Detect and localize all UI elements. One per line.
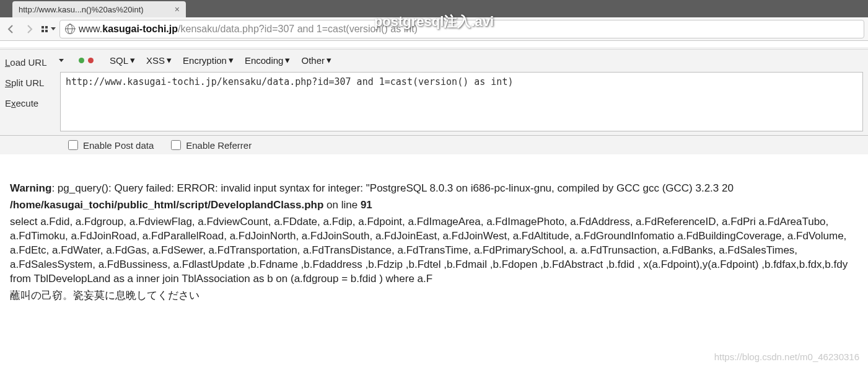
menu-xss[interactable]: XSS▾ [142,52,175,68]
warning-label: Warning [10,182,51,194]
globe-icon [65,24,75,34]
chevron-down-icon[interactable] [59,59,64,62]
enable-post-data-checkbox[interactable]: Enable Post data [68,140,154,151]
url-text: www.kasugai-tochi.jp/kensaku/data.php?id… [79,24,418,35]
japanese-text: 蘸叫の己窃。瓷妄莫に息晩してください [10,289,858,303]
execute-button[interactable]: Execute [0,93,54,113]
menu-encryption[interactable]: Encryption▾ [179,52,237,68]
url-scheme: www. [79,24,102,34]
menu-sql[interactable]: SQL▾ [106,52,139,68]
browser-tab[interactable]: http://www.kasu...n()%20as%20int) × [12,1,186,17]
hackbar-side-actions: Load URL Split URL Execute [0,50,54,135]
split-url-button[interactable]: Split URL [0,73,54,93]
menu-other[interactable]: Other▾ [297,52,335,68]
tab-title: http://www.kasu...n()%20as%20int) [19,5,144,14]
hackbar-url-input[interactable]: http://www.kasugai-tochi.jp/kensaku/data… [60,72,863,131]
enable-referrer-checkbox[interactable]: Enable Referrer [171,140,252,151]
checkbox-icon[interactable] [68,140,78,150]
browser-tab-strip: http://www.kasu...n()%20as%20int) × [0,0,868,17]
url-bar[interactable]: www.kasugai-tochi.jp/kensaku/data.php?id… [59,20,864,38]
back-button[interactable] [4,22,19,37]
hackbar-options: Enable Post data Enable Referrer [0,136,868,154]
error-file-path: /home/kasugai_tochi/public_html/script/D… [10,199,323,211]
status-dot-green-icon [79,58,84,63]
apps-grid-button[interactable] [41,22,56,37]
url-domain: kasugai-tochi.jp [102,24,178,34]
sql-query-text: select a.Fdid, a.Fdgroup, a.FdviewFlag, … [10,215,858,286]
enable-referrer-label: Enable Referrer [186,140,252,151]
enable-post-data-label: Enable Post data [83,140,154,151]
browser-nav-bar: www.kasugai-tochi.jp/kensaku/data.php?id… [0,17,868,41]
chevron-down-icon: ▾ [167,55,172,66]
close-icon[interactable]: × [175,4,180,14]
status-dot-red-icon [88,58,94,63]
chevron-down-icon [51,27,56,30]
hackbar-panel: Load URL Split URL Execute SQL▾ XSS▾ Enc… [0,50,868,136]
chevron-down-icon: ▾ [285,55,290,66]
warning-text: : pg_query(): Query failed: ERROR: inval… [51,182,734,194]
url-path: /kensaku/data.php?id=307 and 1=cast(vers… [178,24,418,34]
error-path-line: /home/kasugai_tochi/public_html/script/D… [10,198,858,213]
menu-encoding[interactable]: Encoding▾ [241,52,294,68]
on-line-text: on line [323,199,361,211]
chevron-down-icon: ▾ [130,55,135,66]
load-url-button[interactable]: Load URL [0,52,54,73]
page-content: Warning: pg_query(): Query failed: ERROR… [0,154,868,313]
hackbar-menu: SQL▾ XSS▾ Encryption▾ Encoding▾ Other▾ [54,50,868,71]
hackbar-main: SQL▾ XSS▾ Encryption▾ Encoding▾ Other▾ h… [54,50,868,135]
warning-line: Warning: pg_query(): Query failed: ERROR… [10,182,858,196]
chevron-down-icon: ▾ [327,55,331,66]
checkbox-icon[interactable] [171,140,181,150]
error-line-number: 91 [361,199,372,211]
chevron-down-icon: ▾ [229,55,234,66]
grid-icon [42,26,48,32]
forward-button[interactable] [22,22,37,37]
